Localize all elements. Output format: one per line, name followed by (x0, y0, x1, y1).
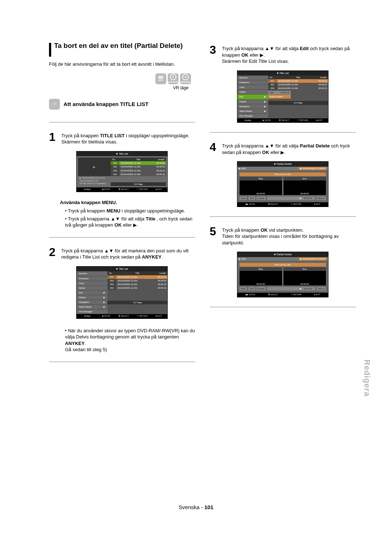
step-1: 1 Tryck på knappen TITLE LIST i stoppläg… (49, 131, 195, 145)
table-row: 00219/JAN/2005 12:15A00:40:03 (107, 279, 167, 283)
step-number: 2 (49, 246, 58, 260)
menu-step: Tryck på knapparna ▲▼ för att välja Titl… (65, 216, 195, 228)
pd-subtitle: Title List No. 001 (240, 263, 326, 267)
vr-mode-label: VR läge (173, 85, 191, 91)
heading-text: Ta bort en del av en titel (Partial Dele… (54, 42, 183, 50)
pd-end-panel: End 00:00:00 (283, 267, 326, 285)
menu-item: Copy (237, 85, 268, 90)
menu-item: Protection (237, 80, 268, 85)
edit-submenu-screen: Title List RenameProtectionCopyDeleteEdi… (237, 70, 328, 123)
preview-meta: ▶ 18/JAN/2005 12:15 AV3 18/JAN/2005 12:1… (78, 176, 111, 186)
edit-submenu: Split00:50:16 Partial Delete (268, 91, 291, 99)
intro-text: Följ de här anvisningarna för att ta bor… (49, 61, 195, 68)
table-row: 00320/JAN/2005 12:15A00:20:15 (268, 86, 328, 90)
step-number: 3 (210, 44, 219, 65)
screen-legend: Anykey ◆ MOVE ⦿ SELECT ↶ RETURN ■ EXIT (237, 118, 328, 122)
divider (210, 307, 356, 307)
menu-item: Select Media▶ (77, 305, 107, 309)
menu-item: Delete (237, 90, 268, 94)
menu-item: Delete (77, 286, 107, 291)
step-text: Tryck på knappen OK vid startpunkten. Ti… (222, 226, 356, 246)
pd-buttons: Start End Delete ▶ 00:01:00 Return (240, 196, 326, 200)
table-row: 00219/JAN/2005 12:15A00:40:03 (268, 83, 328, 86)
table-row: 00320/JAN/2005 12:15A00:20:15 (107, 283, 167, 286)
pager: 1/1 Page (107, 301, 167, 304)
menu-item: Navigation▶ (77, 300, 107, 305)
hand-icon: ☞ (49, 99, 60, 110)
dvd-rw-icon: DVD-RW (180, 73, 191, 84)
preview-thumbnail: ▶ (78, 158, 111, 176)
table-row: 00118/JAN/2005 12:15A00:10:21 (111, 161, 166, 165)
menu-item: Copy (77, 281, 107, 286)
step-text: Tryck på knapparna ▲▼ för att välja Edit… (222, 44, 356, 65)
menu-item: Rename (237, 76, 268, 80)
section-heading: Ta bort en del av en titel (Partial Dele… (49, 42, 195, 57)
menu-item: Rename (77, 271, 107, 276)
step-number: 5 (210, 226, 219, 246)
pd-end-panel: End 00:00:00 (283, 177, 326, 195)
menu-item: Edit▶ (237, 94, 268, 99)
edit-menu-screen: Title List RenameProtectionCopyDeleteEdi… (76, 266, 168, 319)
pd-subtitle: Title List No. 001 (240, 172, 326, 176)
menu-item: Playlist▶ (77, 295, 107, 300)
screen-legend: ◀▶ MOVE ⦿ SELECT ↶ RETURN ■ EXIT (237, 293, 328, 297)
step-text: Tryck på knapparna ▲▼ för att välja Part… (222, 141, 356, 155)
manual-page: Ta bort en del av en titel (Partial Dele… (0, 0, 392, 540)
anykey-note: När du använder skivor av typen DVD-RAM/… (60, 328, 195, 354)
screen-title: Title List (77, 267, 167, 271)
menu-title: Använda knappen MENU. (60, 199, 195, 206)
menu-item: Disc Manager (237, 114, 268, 118)
table-row: 00219/JAN/2005 12:15A00:40:03 (111, 165, 166, 169)
subheading-row: ☞ Att använda knappen TITLE LIST (49, 99, 195, 110)
step-3: 3 Tryck på knapparna ▲▼ för att välja Ed… (210, 44, 356, 65)
dvd-ram-icon: DVD-RAM (168, 73, 179, 84)
pd-buttons: Start End Delete ▶ 00:01:00 Return (240, 287, 326, 291)
left-column: Ta bort en del av en titel (Partial Dele… (49, 42, 195, 369)
screen-title: Title List (237, 71, 328, 76)
two-column-layout: Ta bort en del av en titel (Partial Dele… (49, 42, 356, 369)
menu-item: Protection (77, 276, 107, 281)
table-row: 00425/JAN/2005 12:15A00:50:16 (111, 172, 166, 176)
menu-item: Edit▶ (77, 291, 107, 295)
subheading-text: Att använda knappen TITLE LIST (64, 101, 148, 108)
partial-delete-screen-1: Partial Delete ▶ HDD ▶ 18/JAN/2005 12:15… (237, 161, 328, 207)
menu-instructions: Använda knappen MENU. Tryck på knappen M… (60, 199, 195, 230)
heading-bar-icon (49, 43, 51, 57)
pd-start-panel: Start 00:00:00 (240, 177, 282, 195)
right-column: 3 Tryck på knapparna ▲▼ för att välja Ed… (210, 42, 356, 369)
title-list-screen: Title List ▶ ▶ 18/JAN/2005 12:15 AV3 18/… (76, 151, 168, 192)
screen-title: Partial Delete (237, 162, 328, 166)
step-number: 1 (49, 131, 58, 145)
divider (210, 132, 356, 133)
media-type-icons: HDD DVD-RAM DVD-RW VR läge (49, 73, 195, 91)
list-header: No. Title Length (107, 271, 167, 275)
list-header: No. Title Length (268, 76, 328, 79)
table-row: 00425/JAN/2005 12:15A00:50:16 (107, 286, 167, 290)
context-menu: RenameProtectionCopyDeleteEdit▶Playlist▶… (237, 76, 268, 118)
step-text: Tryck på knapparna ▲▼ för att markera de… (61, 246, 195, 260)
table-row: 00118/JAN/2005 12:15A00:10:21 (107, 275, 167, 279)
table-row: 00320/JAN/2005 12:15A00:20:15 (111, 169, 166, 172)
pager: 1/1 Page (268, 101, 328, 105)
screen-legend: ◀▶ MOVE ⦿ SELECT ↶ RETURN ■ EXIT (237, 202, 328, 206)
pd-start-panel: Start 00:01:00 (240, 267, 282, 285)
hdd-strip: ▶ HDD ▶ 18/JAN/2005 12:15AV3 (237, 257, 328, 261)
table-row: 00118/JAN/2005 12:15A00:10:21 (268, 79, 328, 83)
divider (49, 362, 195, 362)
step-text: Tryck på knappen TITLE LIST i stoppläge/… (61, 131, 189, 145)
menu-step: Tryck på knappen MENU i stoppläge/ uppsp… (65, 208, 195, 214)
screen-legend: Anykey ◆ MOVE ⦿ SELECT ↶ RETURN ■ EXIT (77, 187, 167, 191)
pager: 1/1 Page (111, 182, 166, 186)
list-header: No. Title Length (111, 158, 166, 161)
screen-legend: Anykey ◆ MOVE ⦿ SELECT ↶ RETURN ■ EXIT (77, 314, 167, 318)
page-footer: Svenska - 101 (0, 504, 392, 511)
screen-title: Partial Delete (237, 252, 328, 257)
divider (49, 237, 195, 237)
note-line: När du använder skivor av typen DVD-RAM/… (65, 328, 195, 353)
partial-delete-screen-2: Partial Delete ▶ HDD ▶ 18/JAN/2005 12:15… (237, 252, 328, 297)
hdd-icon: HDD (155, 73, 166, 84)
menu-item: Select Media▶ (237, 109, 268, 114)
divider (210, 216, 356, 217)
step-4: 4 Tryck på knapparna ▲▼ för att välja Pa… (210, 141, 356, 155)
step-2: 2 Tryck på knapparna ▲▼ för att markera … (49, 246, 195, 260)
